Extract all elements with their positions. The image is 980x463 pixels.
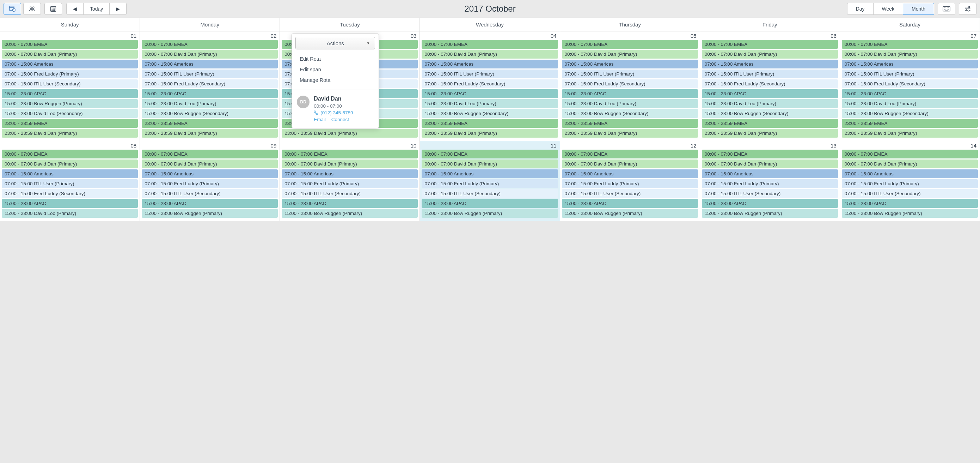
day-cell[interactable]: 0600:00 - 07:00 EMEA00:00 - 07:00 David … <box>700 31 840 141</box>
calendar-event[interactable]: 07:00 - 15:00 Americas <box>422 169 558 178</box>
calendar-event[interactable]: 07:00 - 15:00 ITIL User (Secondary) <box>142 189 278 198</box>
view-month-button[interactable]: Month <box>903 3 934 15</box>
settings-sliders-icon-button[interactable] <box>959 3 977 15</box>
calendar-event[interactable]: 00:00 - 07:00 David Dan (Primary) <box>702 160 838 168</box>
menu-item-edit-span[interactable]: Edit span <box>292 64 379 75</box>
calendar-event[interactable]: 00:00 - 07:00 EMEA <box>702 40 838 49</box>
calendar-event[interactable]: 15:00 - 23:00 APAC <box>2 199 138 208</box>
day-cell[interactable]: 0400:00 - 07:00 EMEA00:00 - 07:00 David … <box>420 31 560 141</box>
calendar-event[interactable]: 07:00 - 15:00 Fred Luddy (Secondary) <box>142 80 278 88</box>
calendar-event[interactable]: 15:00 - 23:00 Bow Ruggeri (Secondary) <box>422 109 558 118</box>
calendar-event[interactable]: 07:00 - 15:00 ITIL User (Secondary) <box>422 189 558 198</box>
calendar-event[interactable]: 00:00 - 07:00 EMEA <box>142 40 278 49</box>
calendar-event[interactable]: 15:00 - 23:00 David Loo (Primary) <box>842 99 978 108</box>
calendar-event[interactable]: 15:00 - 23:00 Bow Ruggeri (Primary) <box>702 209 838 218</box>
calendar-event[interactable]: 07:00 - 15:00 Fred Luddy (Secondary) <box>702 80 838 88</box>
calendar-event[interactable]: 00:00 - 07:00 EMEA <box>562 150 698 158</box>
calendar-event[interactable]: 07:00 - 15:00 Fred Luddy (Primary) <box>142 179 278 188</box>
calendar-event[interactable]: 23:00 - 23:59 EMEA <box>2 119 138 128</box>
calendar-event[interactable]: 23:00 - 23:59 David Dan (Primary) <box>702 129 838 137</box>
calendar-event[interactable]: 15:00 - 23:00 APAC <box>562 199 698 208</box>
calendar-event[interactable]: 15:00 - 23:00 David Loo (Primary) <box>562 99 698 108</box>
calendar-event[interactable]: 15:00 - 23:00 APAC <box>842 199 978 208</box>
calendar-event[interactable]: 07:00 - 15:00 Fred Luddy (Secondary) <box>422 80 558 88</box>
view-schedule-icon-button[interactable] <box>3 3 21 15</box>
calendar-event[interactable]: 07:00 - 15:00 ITIL User (Primary) <box>422 70 558 78</box>
calendar-event[interactable]: 07:00 - 15:00 ITIL User (Primary) <box>562 70 698 78</box>
calendar-event[interactable]: 07:00 - 15:00 Americas <box>142 169 278 178</box>
calendar-event[interactable]: 00:00 - 07:00 EMEA <box>842 150 978 158</box>
calendar-event[interactable]: 07:00 - 15:00 Fred Luddy (Primary) <box>282 179 418 188</box>
menu-item-edit-rota[interactable]: Edit Rota <box>292 54 379 64</box>
calendar-event[interactable]: 00:00 - 07:00 David Dan (Primary) <box>702 50 838 59</box>
person-email-link[interactable]: Email <box>314 117 326 122</box>
calendar-event[interactable]: 00:00 - 07:00 EMEA <box>702 150 838 158</box>
calendar-event[interactable]: 15:00 - 23:00 APAC <box>142 89 278 98</box>
calendar-event[interactable]: 00:00 - 07:00 EMEA <box>282 150 418 158</box>
calendar-event[interactable]: 07:00 - 15:00 ITIL User (Primary) <box>702 70 838 78</box>
calendar-event[interactable]: 07:00 - 15:00 ITIL User (Primary) <box>2 179 138 188</box>
day-cell[interactable]: 1400:00 - 07:00 EMEA00:00 - 07:00 David … <box>840 141 980 221</box>
calendar-event[interactable]: 23:00 - 23:59 David Dan (Primary) <box>422 129 558 137</box>
calendar-event[interactable]: 07:00 - 15:00 Fred Luddy (Primary) <box>422 179 558 188</box>
calendar-event[interactable]: 15:00 - 23:00 David Loo (Primary) <box>702 99 838 108</box>
calendar-event[interactable]: 15:00 - 23:00 APAC <box>562 89 698 98</box>
day-cell[interactable]: 0900:00 - 07:00 EMEA00:00 - 07:00 David … <box>140 141 280 221</box>
today-button[interactable]: Today <box>84 3 110 15</box>
calendar-event[interactable]: 07:00 - 15:00 Fred Luddy (Primary) <box>842 179 978 188</box>
calendar-event[interactable]: 07:00 - 15:00 Fred Luddy (Primary) <box>702 179 838 188</box>
calendar-event[interactable]: 00:00 - 07:00 David Dan (Primary) <box>2 160 138 168</box>
calendar-event[interactable]: 15:00 - 23:00 Bow Ruggeri (Secondary) <box>842 109 978 118</box>
calendar-event[interactable]: 00:00 - 07:00 EMEA <box>2 40 138 49</box>
keyboard-icon-button[interactable] <box>938 3 955 15</box>
calendar-event[interactable]: 07:00 - 15:00 Americas <box>702 60 838 69</box>
day-cell[interactable]: 1100:00 - 07:00 EMEA00:00 - 07:00 David … <box>420 141 560 221</box>
calendar-event[interactable]: 23:00 - 23:59 EMEA <box>842 119 978 128</box>
person-connect-link[interactable]: Connect <box>331 117 349 122</box>
calendar-event[interactable]: 15:00 - 23:00 APAC <box>2 89 138 98</box>
calendar-event[interactable]: 23:00 - 23:59 David Dan (Primary) <box>282 129 418 137</box>
day-cell[interactable]: 1200:00 - 07:00 EMEA00:00 - 07:00 David … <box>560 141 700 221</box>
calendar-event[interactable]: 15:00 - 23:00 Bow Ruggeri (Primary) <box>562 209 698 218</box>
view-people-icon-button[interactable] <box>23 3 41 15</box>
next-button[interactable]: ▶ <box>110 3 127 15</box>
calendar-event[interactable]: 15:00 - 23:00 Bow Ruggeri (Secondary) <box>702 109 838 118</box>
calendar-event[interactable]: 00:00 - 07:00 David Dan (Primary) <box>842 50 978 59</box>
calendar-event[interactable]: 15:00 - 23:00 Bow Ruggeri (Primary) <box>282 209 418 218</box>
calendar-event[interactable]: 15:00 - 23:00 APAC <box>282 199 418 208</box>
calendar-event[interactable]: 07:00 - 15:00 ITIL User (Secondary) <box>2 80 138 88</box>
calendar-event[interactable]: 07:00 - 15:00 ITIL User (Primary) <box>142 70 278 78</box>
calendar-event[interactable]: 23:00 - 23:59 EMEA <box>562 119 698 128</box>
calendar-event[interactable]: 00:00 - 07:00 EMEA <box>422 150 558 158</box>
calendar-event[interactable]: 00:00 - 07:00 David Dan (Primary) <box>422 160 558 168</box>
calendar-event[interactable]: 15:00 - 23:00 David Loo (Secondary) <box>2 109 138 118</box>
calendar-event[interactable]: 00:00 - 07:00 EMEA <box>842 40 978 49</box>
calendar-event[interactable]: 00:00 - 07:00 David Dan (Primary) <box>422 50 558 59</box>
calendar-event[interactable]: 00:00 - 07:00 David Dan (Primary) <box>142 160 278 168</box>
day-cell[interactable]: 0500:00 - 07:00 EMEA00:00 - 07:00 David … <box>560 31 700 141</box>
calendar-event[interactable]: 07:00 - 15:00 ITIL User (Secondary) <box>562 189 698 198</box>
calendar-event[interactable]: 07:00 - 15:00 ITIL User (Secondary) <box>702 189 838 198</box>
calendar-event[interactable]: 07:00 - 15:00 ITIL User (Secondary) <box>842 189 978 198</box>
calendar-event[interactable]: 23:00 - 23:59 David Dan (Primary) <box>562 129 698 137</box>
day-cell[interactable]: 1000:00 - 07:00 EMEA00:00 - 07:00 David … <box>280 141 420 221</box>
calendar-event[interactable]: 07:00 - 15:00 Fred Luddy (Primary) <box>2 70 138 78</box>
calendar-event[interactable]: 07:00 - 15:00 Fred Luddy (Secondary) <box>562 80 698 88</box>
calendar-event[interactable]: 15:00 - 23:00 Bow Ruggeri (Secondary) <box>142 109 278 118</box>
calendar-event[interactable]: 00:00 - 07:00 EMEA <box>422 40 558 49</box>
calendar-event[interactable]: 07:00 - 15:00 Americas <box>422 60 558 69</box>
calendar-event[interactable]: 07:00 - 15:00 Americas <box>702 169 838 178</box>
calendar-event[interactable]: 00:00 - 07:00 David Dan (Primary) <box>562 50 698 59</box>
calendar-event[interactable]: 07:00 - 15:00 Americas <box>142 60 278 69</box>
calendar-event[interactable]: 07:00 - 15:00 Americas <box>2 169 138 178</box>
calendar-event[interactable]: 15:00 - 23:00 APAC <box>142 199 278 208</box>
day-cell[interactable]: 0700:00 - 07:00 EMEA00:00 - 07:00 David … <box>840 31 980 141</box>
calendar-event[interactable]: 15:00 - 23:00 APAC <box>702 89 838 98</box>
calendar-event[interactable]: 00:00 - 07:00 EMEA <box>562 40 698 49</box>
view-day-button[interactable]: Day <box>847 3 873 15</box>
calendar-event[interactable]: 07:00 - 15:00 Americas <box>842 169 978 178</box>
calendar-event[interactable]: 00:00 - 07:00 David Dan (Primary) <box>2 50 138 59</box>
calendar-event[interactable]: 15:00 - 23:00 David Loo (Primary) <box>2 209 138 218</box>
calendar-event[interactable]: 15:00 - 23:00 APAC <box>842 89 978 98</box>
calendar-event[interactable]: 15:00 - 23:00 Bow Ruggeri (Primary) <box>842 209 978 218</box>
